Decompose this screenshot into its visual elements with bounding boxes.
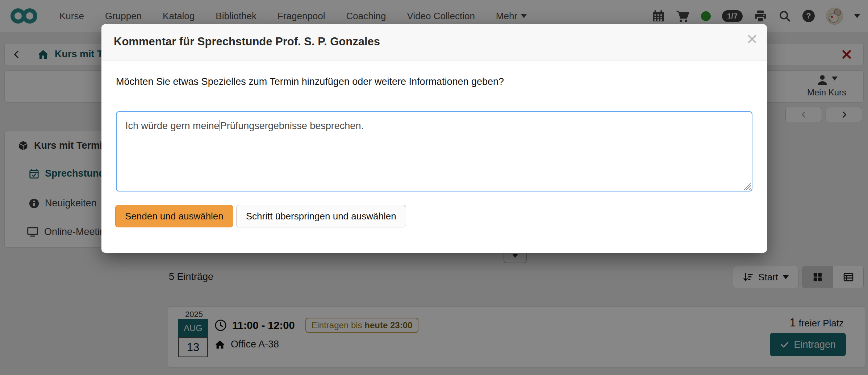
comment-modal: Kommentar für Sprechstunde Prof. S. P. G… (101, 24, 767, 253)
comment-textarea[interactable]: Ich würde gern meinePrüfungsergebnisse b… (116, 111, 752, 191)
close-icon[interactable]: × (747, 29, 758, 48)
send-and-select-button[interactable]: Senden und auswählen (115, 205, 233, 227)
modal-title: Kommentar für Sprechstunde Prof. S. P. G… (114, 35, 380, 48)
skip-and-select-button[interactable]: Schritt überspringen und auswählen (236, 205, 406, 227)
modal-question: Möchten Sie etwas Spezielles zum Termin … (116, 76, 504, 87)
screen: Kurse Gruppen Katalog Bibliothek Fragenp… (0, 0, 868, 375)
textarea-text: Prüfungsergebnisse besprechen. (220, 120, 364, 131)
resize-handle-icon[interactable] (744, 183, 751, 190)
modal-header: Kommentar für Sprechstunde Prof. S. P. G… (101, 24, 767, 61)
modal-actions: Senden und auswählen Schritt überspringe… (115, 205, 406, 227)
textarea-text: Ich würde gern meine (125, 120, 220, 131)
